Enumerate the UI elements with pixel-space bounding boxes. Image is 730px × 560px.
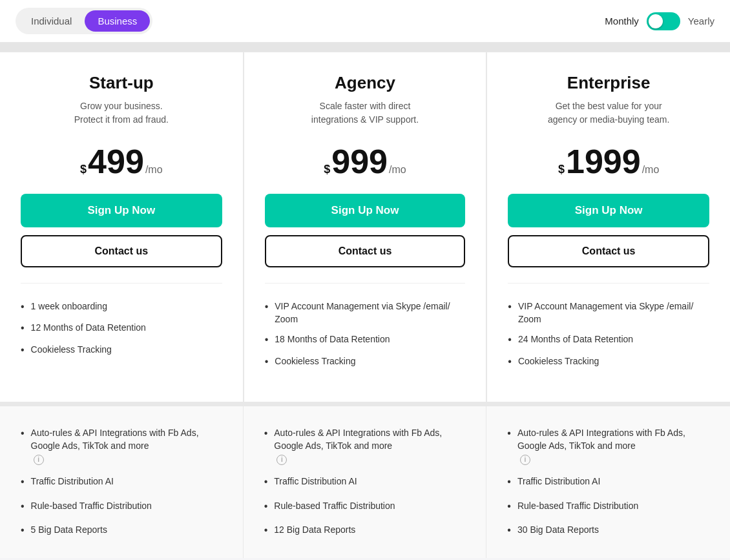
enterprise-features-bottom: Auto-rules & API Integrations with Fb Ad… — [486, 406, 730, 558]
agency-feature-2: 18 Months of Data Retention — [265, 329, 466, 351]
startup-contact-button[interactable]: Contact us — [21, 235, 222, 267]
enterprise-feature-2: 24 Months of Data Retention — [508, 329, 709, 351]
startup-price-row: $ 499 /mo — [21, 145, 222, 178]
enterprise-price-amount: 1999 — [566, 145, 641, 178]
info-icon: i — [520, 455, 530, 465]
yearly-label: Yearly — [688, 16, 714, 26]
toggle-knob — [649, 14, 663, 28]
individual-tab[interactable]: Individual — [18, 10, 85, 32]
enterprise-bottom-feature-4: 30 Big Data Reports — [507, 519, 709, 543]
enterprise-feature-3: Cookieless Tracking — [508, 351, 709, 373]
info-icon: i — [34, 455, 44, 465]
info-icon: i — [276, 455, 287, 465]
plan-type-toggle: Individual Business — [16, 8, 152, 34]
agency-bottom-feature-1-text: Auto-rules & API Integrations with Fb Ad… — [274, 427, 465, 465]
startup-feature-1: 1 week onboarding — [21, 296, 222, 318]
sub-bar — [0, 43, 730, 52]
agency-signup-button[interactable]: Sign Up Now — [265, 194, 466, 227]
agency-feature-1: VIP Account Management via Skype /email/… — [265, 296, 466, 329]
enterprise-bottom-feature-1: Auto-rules & API Integrations with Fb Ad… — [507, 422, 709, 470]
enterprise-bottom-feature-1-text: Auto-rules & API Integrations with Fb Ad… — [517, 427, 709, 465]
startup-features-bottom: Auto-rules & API Integrations with Fb Ad… — [0, 406, 244, 558]
enterprise-bottom-feature-2: Traffic Distribution AI — [507, 470, 709, 494]
monthly-label: Monthly — [605, 16, 639, 26]
agency-feature-3: Cookieless Tracking — [265, 351, 466, 373]
agency-price-dollar: $ — [324, 163, 330, 176]
enterprise-plan-card: Enterprise Get the best value for yourag… — [486, 52, 730, 402]
enterprise-plan-name: Enterprise — [508, 73, 709, 93]
agency-price-amount: 999 — [331, 145, 388, 178]
agency-plan-desc: Scale faster with directintegrations & V… — [265, 99, 466, 127]
enterprise-bottom-feature-3: Rule-based Traffic Distribution — [507, 495, 709, 519]
startup-feature-3: Cookieless Tracking — [21, 340, 222, 361]
enterprise-features-top: VIP Account Management via Skype /email/… — [508, 283, 709, 386]
startup-bottom-feature-1: Auto-rules & API Integrations with Fb Ad… — [21, 422, 222, 470]
agency-bottom-feature-2: Traffic Distribution AI — [264, 470, 466, 494]
startup-plan-desc: Grow your business.Protect it from ad fr… — [21, 99, 222, 127]
agency-bottom-feature-4: 12 Big Data Reports — [264, 519, 466, 543]
startup-price-amount: 499 — [88, 145, 144, 178]
features-bottom-section: Auto-rules & API Integrations with Fb Ad… — [0, 402, 730, 558]
pricing-grid: Start-up Grow your business.Protect it f… — [0, 52, 730, 402]
agency-price-period: /mo — [389, 164, 406, 176]
billing-switch[interactable] — [647, 12, 680, 30]
agency-plan-card: Agency Scale faster with directintegrati… — [244, 52, 487, 402]
enterprise-signup-button[interactable]: Sign Up Now — [508, 194, 709, 227]
agency-bottom-feature-1: Auto-rules & API Integrations with Fb Ad… — [264, 422, 466, 470]
agency-price-row: $ 999 /mo — [265, 145, 466, 178]
enterprise-price-dollar: $ — [558, 163, 565, 176]
enterprise-plan-desc: Get the best value for youragency or med… — [508, 99, 709, 127]
startup-bottom-feature-3: Rule-based Traffic Distribution — [21, 495, 222, 519]
startup-plan-name: Start-up — [21, 73, 222, 93]
startup-signup-button[interactable]: Sign Up Now — [21, 194, 222, 227]
business-tab[interactable]: Business — [85, 10, 150, 32]
enterprise-feature-1: VIP Account Management via Skype /email/… — [508, 296, 709, 329]
startup-price-period: /mo — [145, 164, 163, 176]
startup-bottom-feature-2: Traffic Distribution AI — [21, 470, 222, 494]
enterprise-price-period: /mo — [642, 164, 660, 176]
startup-features-top: 1 week onboarding 12 Months of Data Rete… — [21, 283, 222, 386]
billing-toggle: Monthly Yearly — [605, 12, 714, 30]
enterprise-contact-button[interactable]: Contact us — [508, 235, 709, 267]
startup-plan-card: Start-up Grow your business.Protect it f… — [0, 52, 244, 402]
agency-contact-button[interactable]: Contact us — [265, 235, 466, 267]
startup-feature-2: 12 Months of Data Retention — [21, 318, 222, 339]
startup-bottom-feature-1-text: Auto-rules & API Integrations with Fb Ad… — [31, 427, 222, 465]
agency-features-bottom: Auto-rules & API Integrations with Fb Ad… — [244, 406, 487, 558]
agency-plan-name: Agency — [265, 73, 466, 93]
agency-bottom-feature-3: Rule-based Traffic Distribution — [264, 495, 466, 519]
top-bar: Individual Business Monthly Yearly — [0, 0, 730, 43]
agency-features-top: VIP Account Management via Skype /email/… — [265, 283, 466, 386]
enterprise-price-row: $ 1999 /mo — [508, 145, 709, 178]
startup-price-dollar: $ — [80, 163, 87, 176]
startup-bottom-feature-4: 5 Big Data Reports — [21, 519, 222, 543]
